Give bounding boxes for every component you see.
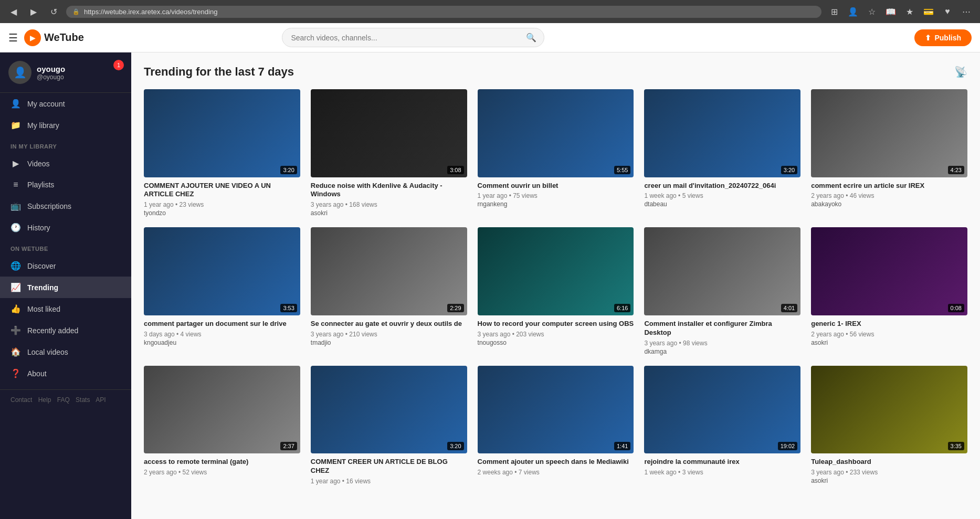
publish-button[interactable]: ⬆ Publish (914, 29, 972, 46)
logo-text: WeTube (44, 31, 84, 44)
video-card[interactable]: 1:41 Comment ajouter un speech dans le M… (478, 366, 634, 486)
sidebar-item-history[interactable]: 🕐 History (0, 217, 131, 238)
wallet-icon[interactable]: 💳 (921, 4, 936, 19)
publish-icon: ⬆ (925, 34, 931, 42)
section-label-in-my-library: IN MY LIBRARY (0, 136, 131, 153)
video-card[interactable]: 3:20 creer un mail d'invitation_20240722… (644, 89, 800, 217)
sidebar-item-discover[interactable]: 🌐 Discover (0, 255, 131, 277)
forward-button[interactable]: ▶ (26, 4, 41, 19)
back-button[interactable]: ◀ (6, 4, 21, 19)
video-card[interactable]: 4:01 Comment installer et configurer Zim… (644, 227, 800, 355)
video-channel: asokri (811, 477, 967, 484)
page-title: Trending for the last 7 days (144, 65, 294, 79)
video-card[interactable]: 2:29 Se connecter au gate et ouvrir y de… (311, 227, 467, 355)
thumbnail-inner (478, 89, 634, 177)
video-card[interactable]: 0:08 generic 1- IREX 2 years ago • 56 vi… (811, 227, 967, 355)
section-label-on-wetube: ON WETUBE (0, 238, 131, 255)
video-thumbnail: 1:41 (478, 366, 634, 454)
favorites-icon[interactable]: ★ (902, 4, 917, 19)
sidebar-item-videos[interactable]: ▶ Videos (0, 153, 131, 174)
video-card[interactable]: 3:35 Tuleap_dashboard 3 years ago • 233 … (811, 366, 967, 486)
profile-icon[interactable]: 👤 (846, 4, 860, 19)
browser-toolbar: ⊞ 👤 ☆ 📖 ★ 💳 ♥ ⋯ (827, 4, 974, 19)
footer-help[interactable]: Help (38, 396, 51, 404)
video-meta: 2 years ago • 56 views (811, 331, 967, 338)
video-meta: 1 year ago • 23 views (144, 201, 300, 208)
footer-contact[interactable]: Contact (10, 396, 32, 404)
page-title-row: Trending for the last 7 days 📡 (144, 65, 967, 79)
app-body: 👤 oyougo @oyougo 1 👤 My account 📁 My lib… (0, 52, 980, 519)
url-text: https://wetube.irex.aretex.ca/videos/tre… (84, 8, 217, 16)
video-card[interactable]: 5:55 Comment ouvrir un billet 1 year ago… (478, 89, 634, 217)
video-thumbnail: 3:53 (144, 227, 300, 315)
video-thumbnail: 0:08 (811, 227, 967, 315)
refresh-button[interactable]: ↺ (46, 4, 61, 19)
sidebar-item-trending[interactable]: 📈 Trending (0, 277, 131, 298)
video-duration: 3:20 (280, 166, 297, 174)
footer-api[interactable]: API (96, 396, 106, 404)
video-card[interactable]: 3:08 Reduce noise with Kdenlive & Audaci… (311, 89, 467, 217)
video-card[interactable]: 6:16 How to record your computer screen … (478, 227, 634, 355)
hamburger-button[interactable]: ☰ (8, 31, 18, 44)
sidebar-item-my-library[interactable]: 📁 My library (0, 114, 131, 136)
video-title: How to record your computer screen using… (478, 320, 634, 329)
sidebar-item-recently-added[interactable]: ➕ Recently added (0, 320, 131, 341)
sidebar-item-label: Recently added (27, 326, 78, 335)
video-channel: rngankeng (478, 200, 634, 208)
video-grid: 3:20 COMMENT AJOUTER UNE VIDEO A UN ARTI… (144, 89, 967, 486)
video-thumbnail: 3:08 (311, 89, 467, 177)
video-card[interactable]: 19:02 rejoindre la communauté irex 1 wee… (644, 366, 800, 486)
logo-icon: ▶ (24, 29, 41, 46)
sidebar: 👤 oyougo @oyougo 1 👤 My account 📁 My lib… (0, 52, 131, 519)
video-card[interactable]: 3:53 comment partager un document sur le… (144, 227, 300, 355)
heart-icon[interactable]: ♥ (940, 4, 955, 19)
lock-icon: 🔒 (72, 8, 80, 15)
sidebar-item-local-videos[interactable]: 🏠 Local videos (0, 341, 131, 363)
rss-button[interactable]: 📡 (954, 66, 967, 78)
video-thumbnail: 2:29 (311, 227, 467, 315)
collections-icon[interactable]: 📖 (883, 4, 898, 19)
thumbnail-inner (311, 366, 467, 454)
video-card[interactable]: 3:20 COMMENT AJOUTER UNE VIDEO A UN ARTI… (144, 89, 300, 217)
video-meta: 1 week ago • 3 views (644, 469, 800, 476)
footer-stats[interactable]: Stats (76, 396, 90, 404)
browser-chrome: ◀ ▶ ↺ 🔒 https://wetube.irex.aretex.ca/vi… (0, 0, 980, 23)
thumbnail-inner (811, 89, 967, 177)
sidebar-item-my-account[interactable]: 👤 My account (0, 93, 131, 114)
video-card[interactable]: 4:23 comment ecrire un article sur IREX … (811, 89, 967, 217)
video-duration: 0:08 (948, 304, 964, 312)
video-card[interactable]: 3:20 COMMENT CREER UN ARTICLE DE BLOG CH… (311, 366, 467, 486)
sidebar-item-about[interactable]: ❓ About (0, 363, 131, 384)
video-duration: 2:29 (447, 304, 463, 312)
video-card[interactable]: 2:37 access to remote terminal (gate) 2 … (144, 366, 300, 486)
video-meta: 2 weeks ago • 7 views (478, 469, 634, 476)
thumbnail-inner (311, 89, 467, 177)
sidebar-item-most-liked[interactable]: 👍 Most liked (0, 298, 131, 320)
video-duration: 19:02 (778, 442, 798, 450)
video-duration: 6:16 (614, 304, 630, 312)
notification-badge[interactable]: 1 (113, 60, 124, 70)
video-channel: tyondzo (144, 209, 300, 217)
video-thumbnail: 3:20 (644, 89, 800, 177)
thumbnail-inner (811, 366, 967, 454)
footer-faq[interactable]: FAQ (57, 396, 70, 404)
video-duration: 3:35 (948, 442, 964, 450)
extensions-icon[interactable]: ⊞ (827, 4, 841, 19)
more-icon[interactable]: ⋯ (959, 4, 974, 19)
video-meta: 1 year ago • 16 views (311, 478, 467, 485)
sidebar-item-label: Discover (27, 262, 56, 270)
sidebar-item-subscriptions[interactable]: 📺 Subscriptions (0, 195, 131, 217)
video-meta: 3 years ago • 210 views (311, 331, 467, 338)
star-icon[interactable]: ☆ (865, 4, 879, 19)
most-liked-icon: 👍 (10, 304, 21, 314)
sidebar-item-playlists[interactable]: ≡ Playlists (0, 174, 131, 195)
playlists-icon: ≡ (10, 180, 21, 189)
address-bar[interactable]: 🔒 https://wetube.irex.aretex.ca/videos/t… (66, 6, 821, 18)
video-title: access to remote terminal (gate) (144, 458, 300, 467)
video-channel: asokri (311, 209, 467, 217)
video-channel: dkamga (644, 348, 800, 355)
search-button[interactable]: 🔍 (519, 28, 544, 47)
logo-link[interactable]: ▶ WeTube (24, 29, 84, 46)
video-title: Se connecter au gate et ouvrir y deux ou… (311, 320, 467, 329)
search-input[interactable] (282, 28, 519, 47)
